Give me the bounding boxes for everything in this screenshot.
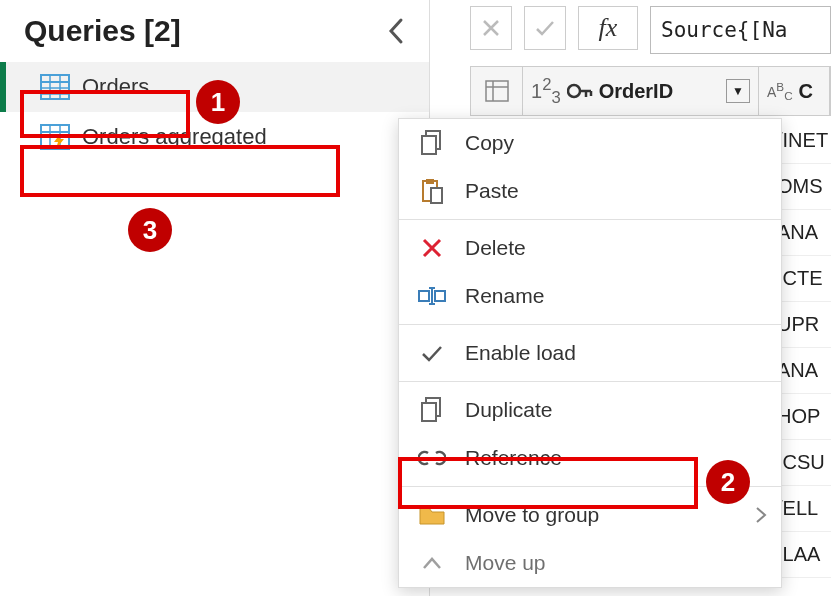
- menu-move-up[interactable]: Move up: [399, 539, 781, 587]
- type-text-icon: ABC: [767, 80, 793, 102]
- apply-formula-button[interactable]: [524, 6, 566, 50]
- context-menu: Copy Paste Delete Rename Enable load Dup…: [398, 118, 782, 588]
- query-label: Orders aggregated: [82, 124, 267, 150]
- cell: ILAA: [777, 532, 831, 578]
- select-all-cell[interactable]: [471, 67, 523, 115]
- column-label: C: [799, 80, 813, 103]
- menu-label: Rename: [465, 284, 544, 308]
- menu-label: Reference: [465, 446, 562, 470]
- cell: ANA: [777, 348, 831, 394]
- reference-icon: [417, 443, 447, 473]
- menu-separator: [399, 381, 781, 382]
- table-lightning-icon: [40, 124, 70, 150]
- queries-header: Queries [2]: [0, 0, 429, 62]
- svg-rect-28: [422, 403, 436, 421]
- folder-icon: [417, 500, 447, 530]
- svg-point-13: [568, 85, 580, 97]
- cell: /ELL: [777, 486, 831, 532]
- menu-copy[interactable]: Copy: [399, 119, 781, 167]
- paste-icon: [417, 176, 447, 206]
- check-icon: [417, 338, 447, 368]
- submenu-chevron-icon: [755, 506, 767, 524]
- menu-label: Delete: [465, 236, 526, 260]
- cell: ICSU: [777, 440, 831, 486]
- annotation-badge-2: 2: [706, 460, 750, 504]
- svg-rect-0: [41, 75, 69, 99]
- menu-separator: [399, 324, 781, 325]
- table-icon: [40, 74, 70, 100]
- svg-rect-23: [435, 291, 445, 301]
- menu-rename[interactable]: Rename: [399, 272, 781, 320]
- menu-enable-load[interactable]: Enable load: [399, 329, 781, 377]
- duplicate-icon: [417, 395, 447, 425]
- svg-rect-18: [422, 136, 436, 154]
- cell: OMS: [777, 164, 831, 210]
- fx-button[interactable]: fx: [578, 6, 638, 50]
- copy-icon: [417, 128, 447, 158]
- column-headers: 123 OrderID ▼ ABC C: [470, 66, 831, 116]
- data-preview-column: /INET OMS ANA ICTE UPR ANA HOP ICSU /ELL…: [777, 118, 831, 578]
- delete-icon: [417, 233, 447, 263]
- column-header-orderid[interactable]: 123 OrderID ▼: [523, 67, 759, 115]
- type-number-icon: 123: [531, 75, 561, 108]
- cancel-formula-button[interactable]: [470, 6, 512, 50]
- menu-delete[interactable]: Delete: [399, 224, 781, 272]
- annotation-badge-1: 1: [196, 80, 240, 124]
- svg-rect-22: [419, 291, 429, 301]
- svg-rect-10: [486, 81, 508, 101]
- svg-rect-21: [431, 188, 442, 203]
- menu-separator: [399, 219, 781, 220]
- collapse-panel-icon[interactable]: [387, 17, 405, 45]
- menu-label: Move up: [465, 551, 546, 575]
- menu-label: Copy: [465, 131, 514, 155]
- queries-title: Queries [2]: [24, 14, 181, 48]
- formula-input[interactable]: Source{[Na: [650, 6, 831, 54]
- rename-icon: [417, 281, 447, 311]
- cell: /INET: [777, 118, 831, 164]
- annotation-badge-3: 3: [128, 208, 172, 252]
- cell: ICTE: [777, 256, 831, 302]
- svg-rect-6: [41, 125, 69, 149]
- column-label: OrderID: [599, 80, 673, 103]
- menu-label: Move to group: [465, 503, 599, 527]
- key-icon: [567, 82, 593, 100]
- formula-bar: fx Source{[Na: [470, 6, 831, 54]
- filter-dropdown-icon[interactable]: ▼: [726, 79, 750, 103]
- menu-label: Paste: [465, 179, 519, 203]
- menu-paste[interactable]: Paste: [399, 167, 781, 215]
- cell: UPR: [777, 302, 831, 348]
- cell: ANA: [777, 210, 831, 256]
- move-up-icon: [417, 548, 447, 578]
- svg-rect-20: [426, 179, 434, 184]
- cell: HOP: [777, 394, 831, 440]
- menu-duplicate[interactable]: Duplicate: [399, 386, 781, 434]
- menu-label: Duplicate: [465, 398, 553, 422]
- menu-label: Enable load: [465, 341, 576, 365]
- column-header-customer[interactable]: ABC C: [759, 67, 830, 115]
- query-label: Orders: [82, 74, 149, 100]
